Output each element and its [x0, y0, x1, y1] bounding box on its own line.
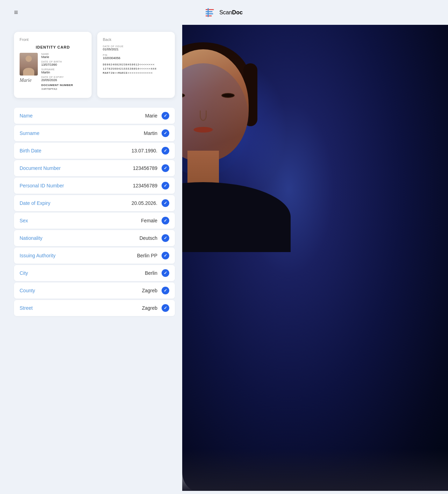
- cards-row: Front IDENTITY CARD Marie NAME Marie: [14, 32, 175, 98]
- card-field-dob: DATE OF BIRTH 13/07/1990: [41, 60, 86, 66]
- card-expiry-value: 20/05/2026: [41, 78, 86, 82]
- table-row: Personal ID Number123456789: [14, 178, 175, 194]
- row-value: Deutsch: [140, 235, 157, 241]
- card-photo-column: Marie: [20, 53, 38, 92]
- check-icon: [162, 217, 169, 224]
- check-icon: [162, 234, 169, 242]
- row-value: Martin: [144, 130, 157, 136]
- face-body: [182, 182, 291, 252]
- header: ≡ ScanDoc: [0, 0, 448, 25]
- check-icon: [162, 287, 169, 294]
- table-row: StreetZagreb: [14, 300, 175, 316]
- row-label: Personal ID Number: [20, 183, 133, 188]
- svg-rect-4: [207, 8, 208, 17]
- row-value: Zagreb: [142, 305, 157, 311]
- main-content: Front IDENTITY CARD Marie NAME Marie: [0, 25, 448, 491]
- row-label: Document Number: [20, 165, 133, 171]
- table-row: Document Number123456789: [14, 160, 175, 176]
- mrz-line-1: DE00246826238459612<<<<<<<<: [103, 63, 169, 67]
- row-value: Marie: [145, 113, 157, 119]
- check-icon: [162, 269, 169, 277]
- row-value: Female: [141, 218, 157, 223]
- row-label: County: [20, 288, 142, 293]
- data-table: NameMarieSurnameMartinBirth Date13.07.19…: [14, 108, 175, 316]
- card-dob-value: 13/07/1990: [41, 63, 86, 66]
- table-row: CityBerlin: [14, 265, 175, 281]
- front-card-label: Front: [20, 37, 86, 42]
- card-photo: [20, 53, 38, 76]
- card-dob-label: DATE OF BIRTH: [41, 60, 86, 63]
- row-label: Issuing Authority: [20, 253, 137, 258]
- check-icon: [162, 304, 169, 312]
- right-panel: [182, 25, 448, 491]
- row-value: 123456789: [133, 183, 157, 188]
- front-card-body: Marie NAME Marie DATE OF BIRTH 13/07/199…: [20, 53, 86, 92]
- logo: ScanDoc: [205, 8, 243, 17]
- table-row: NationalityDeutsch: [14, 230, 175, 246]
- check-icon: [162, 112, 169, 120]
- card-field-docnum: Document number X4RTBPFA3: [41, 84, 86, 91]
- card-photo-person: [20, 53, 38, 76]
- row-value: Berlin: [145, 270, 157, 276]
- row-value: 20.05.2026.: [131, 200, 157, 206]
- table-row: Issuing AuthorityBerlin PP: [14, 248, 175, 264]
- mrz-line-2: 1278256942155538854<<<<<<444: [103, 67, 169, 71]
- person-background: [182, 25, 448, 491]
- row-label: Sex: [20, 218, 141, 223]
- front-card-title: IDENTITY CARD: [20, 45, 86, 49]
- table-row: SurnameMartin: [14, 125, 175, 141]
- back-issue-value: 01/05/2021: [103, 48, 169, 51]
- logo-scan: Scan: [219, 9, 232, 15]
- back-card-label: Back: [103, 37, 169, 42]
- check-icon: [162, 252, 169, 259]
- card-docnum-label: Document number: [41, 84, 86, 87]
- back-issue-label: DATE OF ISSUE: [103, 45, 169, 48]
- face-eyes: [182, 93, 235, 98]
- row-label: Surname: [20, 130, 144, 136]
- check-icon: [162, 182, 169, 189]
- card-surname-value: Martin: [41, 71, 86, 74]
- back-card-issue: DATE OF ISSUE 01/05/2021: [103, 45, 169, 51]
- face-lips: [194, 127, 213, 133]
- card-field-name: NAME Marie: [41, 53, 86, 59]
- card-field-expiry: DATE OF EXPIRY 20/05/2026: [41, 76, 86, 82]
- card-docnum-value: X4RTBPFA3: [41, 87, 86, 91]
- row-value: Zagreb: [142, 288, 157, 293]
- svg-rect-2: [205, 13, 213, 14]
- table-row: Birth Date13.07.1990.: [14, 143, 175, 159]
- row-label: City: [20, 270, 145, 276]
- back-card-pin: PIN 1020304056: [103, 54, 169, 60]
- left-panel: Front IDENTITY CARD Marie NAME Marie: [0, 25, 189, 491]
- back-card-mrz: DE00246826238459612<<<<<<<< 127825694215…: [103, 63, 169, 75]
- row-label: Date of Expiry: [20, 200, 131, 206]
- back-pin-label: PIN: [103, 54, 169, 56]
- card-field-surname: SURNAME Martin: [41, 68, 86, 74]
- eye-right: [221, 93, 235, 98]
- table-row: NameMarie: [14, 108, 175, 124]
- table-row: CountyZagreb: [14, 282, 175, 299]
- row-label: Nationality: [20, 235, 140, 241]
- logo-icon: [205, 8, 216, 17]
- logo-doc: Doc: [232, 9, 243, 15]
- card-info: NAME Marie DATE OF BIRTH 13/07/1990 SURN…: [41, 53, 86, 92]
- bottom-dark: [182, 449, 448, 491]
- card-surname-label: SURNAME: [41, 68, 86, 71]
- front-card: Front IDENTITY CARD Marie NAME Marie: [14, 32, 92, 98]
- hamburger-menu-icon[interactable]: ≡: [14, 8, 18, 16]
- row-label: Name: [20, 113, 145, 119]
- row-label: Street: [20, 305, 142, 311]
- card-name-value: Marie: [41, 55, 86, 59]
- logo-text: ScanDoc: [219, 9, 243, 16]
- table-row: Date of Expiry20.05.2026.: [14, 195, 175, 211]
- face-nose: [200, 110, 207, 121]
- back-pin-value: 1020304056: [103, 56, 169, 60]
- row-value: 13.07.1990.: [131, 148, 157, 153]
- check-icon: [162, 164, 169, 172]
- card-signature: Marie: [20, 78, 38, 83]
- back-card: Back DATE OF ISSUE 01/05/2021 PIN 102030…: [97, 32, 175, 98]
- row-value: 123456789: [133, 165, 157, 171]
- check-icon: [162, 199, 169, 207]
- svg-rect-0: [205, 9, 214, 10]
- mrz-line-3: MARTIN<<MARIE<<<<<<<<<<<<<: [103, 71, 169, 75]
- check-icon: [162, 147, 169, 155]
